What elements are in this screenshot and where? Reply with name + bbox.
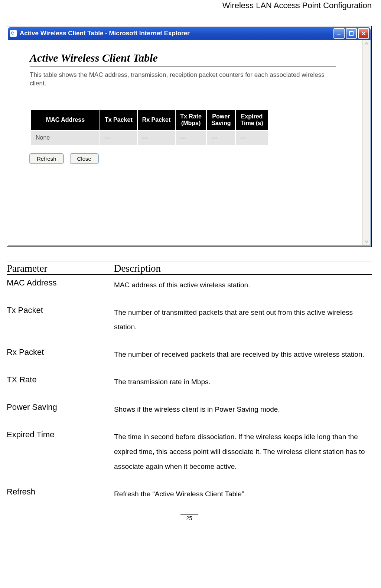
cell-exp: --- xyxy=(235,130,268,145)
param-desc: The transmission rate in Mbps. xyxy=(114,375,372,389)
param-desc: The number of received packets that are … xyxy=(114,347,372,362)
browser-window: Active Wireless Client Table - Microsoft… xyxy=(8,27,371,246)
param-header-description: Description xyxy=(114,263,372,274)
param-desc: MAC address of this active wireless stat… xyxy=(114,278,372,293)
scroll-down-icon[interactable] xyxy=(364,238,369,244)
col-power-saving: PowerSaving xyxy=(206,110,235,130)
param-name: TX Rate xyxy=(7,375,114,385)
cell-rate: --- xyxy=(175,130,206,145)
scroll-up-icon[interactable] xyxy=(364,41,369,47)
close-page-button[interactable]: Close xyxy=(70,154,98,164)
param-table-body: MAC AddressMAC address of this active wi… xyxy=(7,278,372,502)
window-title: Active Wireless Client Table - Microsoft… xyxy=(20,30,330,37)
svg-rect-0 xyxy=(337,35,341,35)
col-tx-packet: Tx Packet xyxy=(100,110,137,130)
cell-tx: --- xyxy=(100,130,137,145)
window-buttons xyxy=(333,28,369,39)
col-expired-time: ExpiredTime (s) xyxy=(235,110,268,130)
minimize-button[interactable] xyxy=(333,28,345,39)
param-table-header: Parameter Description xyxy=(7,261,372,275)
window-titlebar: Active Wireless Client Table - Microsoft… xyxy=(8,27,371,40)
param-name: Power Saving xyxy=(7,402,114,413)
col-mac: MAC Address xyxy=(31,110,100,130)
content-description: This table shows the MAC address, transm… xyxy=(30,71,340,88)
param-desc: Refresh the “Active Wireless Client Tabl… xyxy=(114,487,372,502)
svg-rect-1 xyxy=(349,32,353,35)
cell-power: --- xyxy=(206,130,235,145)
param-name: Refresh xyxy=(7,487,114,497)
param-name: Tx Packet xyxy=(7,305,114,316)
param-desc: The time in second before dissociation. … xyxy=(114,429,372,474)
content-heading: Active Wireless Client Table xyxy=(30,52,336,66)
param-desc: Shows if the wireless client is in Power… xyxy=(114,402,372,417)
refresh-button[interactable]: Refresh xyxy=(30,154,64,164)
screenshot-frame: Active Wireless Client Table - Microsoft… xyxy=(7,26,372,247)
param-name: MAC Address xyxy=(7,278,114,288)
param-name: Rx Packet xyxy=(7,347,114,358)
close-button[interactable] xyxy=(358,28,369,39)
vertical-scrollbar[interactable] xyxy=(362,40,370,245)
param-name: Expired Time xyxy=(7,429,114,440)
param-desc: The number of transmitted packets that a… xyxy=(114,305,372,335)
running-header: Wireless LAN Access Point Configuration xyxy=(7,1,372,11)
cell-rx: --- xyxy=(137,130,176,145)
page-number: 25 xyxy=(180,514,198,521)
client-area: Active Wireless Client Table This table … xyxy=(8,40,371,246)
table-row: None --- --- --- --- --- xyxy=(31,130,268,145)
client-table: MAC Address Tx Packet Rx Packet Tx Rate(… xyxy=(30,110,268,146)
col-rx-packet: Rx Packet xyxy=(137,110,176,130)
param-header-parameter: Parameter xyxy=(7,263,114,274)
cell-mac: None xyxy=(31,130,100,145)
col-tx-rate: Tx Rate(Mbps) xyxy=(175,110,206,130)
ie-icon xyxy=(10,30,17,37)
maximize-button[interactable] xyxy=(346,28,357,39)
